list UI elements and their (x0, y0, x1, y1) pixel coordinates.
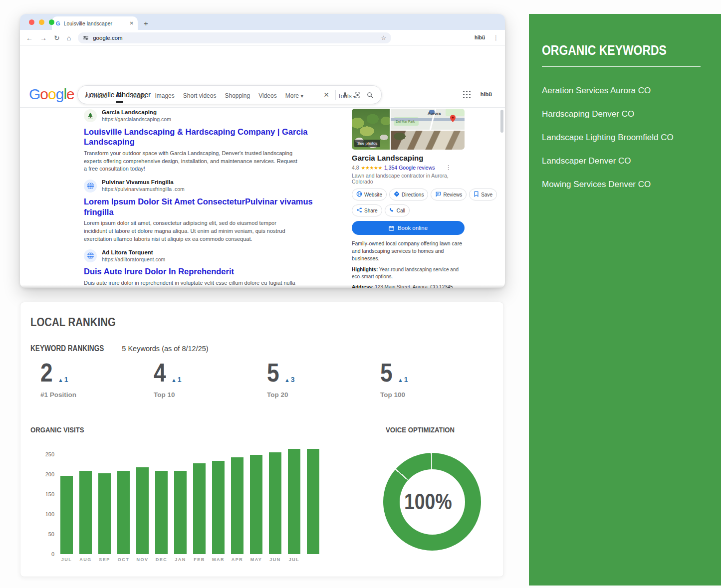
organic-visits-chart: 050100150200250 JULAUGSEPOCTNOVDECJANFEB… (39, 444, 349, 567)
directions-button[interactable]: Directions (389, 189, 428, 200)
ranking-stat: 4▲1Top 10 (154, 361, 267, 398)
tab-ai-mode[interactable]: AI Mode (85, 92, 107, 102)
keyword-rankings-detail: 5 Keywords (as of 8/12/25) (122, 345, 208, 353)
bar-nov (136, 467, 149, 554)
book-online-button[interactable]: Book online (352, 221, 465, 235)
result-title-link[interactable]: Duis Aute Irure Dolor In Reprehenderit (84, 266, 323, 277)
stat-value-row: 4▲1 (154, 361, 267, 385)
new-tab-button[interactable]: + (144, 19, 148, 27)
result-site-name: Garcia Landscaping (102, 109, 171, 116)
business-description: Family-owned local company offering lawn… (352, 240, 465, 263)
google-search-header: Google Louisville landscaper ✕ hibü AI M… (20, 46, 505, 108)
search-submit-icon[interactable] (367, 92, 373, 98)
tab-short-videos[interactable]: Short videos (183, 92, 217, 102)
scrollbar-thumb[interactable] (500, 110, 503, 133)
reviews-button[interactable]: Reviews (431, 189, 467, 200)
map-pin-icon (450, 115, 456, 123)
result-header: Garcia Landscapinghttps://garcialandscap… (84, 109, 323, 123)
x-tick-label: DEC (155, 557, 168, 562)
map-city-label: Aurora (428, 111, 441, 116)
bar-oct (117, 471, 130, 554)
minimize-window-button[interactable] (39, 19, 44, 25)
clear-search-icon[interactable]: ✕ (323, 91, 329, 99)
back-icon[interactable]: ← (26, 34, 33, 41)
keyword-item: Mowing Services Denver CO (542, 180, 708, 190)
y-tick-label: 250 (45, 451, 54, 457)
google-logo-letter: o (48, 86, 56, 102)
google-logo-letter: o (40, 86, 48, 102)
close-tab-icon[interactable]: ✕ (130, 20, 134, 26)
y-tick-label: 200 (45, 471, 54, 477)
website-button[interactable]: Website (352, 189, 387, 200)
directions-icon (394, 191, 400, 198)
browser-menu-icon[interactable]: ⋮ (493, 34, 499, 41)
result-snippet: Transform your outdoor space with Garcia… (84, 150, 299, 173)
business-photo-2[interactable] (391, 131, 465, 150)
business-photo[interactable]: See photos (352, 109, 390, 150)
tab-maps[interactable]: Maps (132, 92, 146, 102)
tab-all[interactable]: All (116, 91, 123, 103)
x-tick-label: FEB (193, 557, 206, 562)
bar-jul (60, 476, 73, 554)
call-button[interactable]: Call (385, 204, 410, 216)
forward-icon[interactable]: → (40, 34, 47, 41)
google-apps-icon[interactable] (463, 91, 471, 99)
address-bar[interactable]: google.com ☆ (78, 32, 391, 43)
close-window-button[interactable] (29, 19, 34, 25)
keyword-rankings-label: KEYWORD RANKINGS (30, 344, 104, 353)
stat-label: Top 20 (267, 391, 380, 398)
x-tick-label: MAR (212, 557, 225, 562)
tools-menu[interactable]: Tools ▾ (338, 93, 355, 100)
x-tick-label: OCT (117, 557, 130, 562)
tab-images[interactable]: Images (155, 92, 174, 102)
result-header: Pulvinar Vivamus Fringillahttps://pulvin… (84, 179, 323, 193)
pill-label: Call (397, 208, 405, 213)
browser-tab[interactable]: G Louisville landscaper ✕ (52, 16, 138, 30)
x-tick-label: JUL (288, 557, 300, 562)
phone-icon (389, 207, 395, 214)
save-button[interactable]: Save (469, 189, 497, 200)
local-ranking-card: LOCAL RANKING KEYWORD RANKINGS 5 Keyword… (20, 302, 504, 577)
result-title-link[interactable]: Louisville Landscaping & Hardscaping Com… (84, 127, 323, 147)
organic-visits-title: ORGANIC VISITS (30, 425, 84, 434)
google-favicon-icon: G (56, 20, 60, 26)
home-icon[interactable]: ⌂ (67, 34, 71, 41)
result-title-link[interactable]: Lorem Ipsum Dolor Sit Amet ConsecteturPu… (84, 196, 323, 217)
x-tick-label: JUL (60, 557, 73, 562)
bookmark-star-icon[interactable]: ☆ (381, 34, 386, 41)
see-photos-button[interactable]: See photos (354, 140, 380, 147)
divider (542, 66, 701, 67)
business-name: Garcia Landscaping (352, 154, 465, 162)
chevron-down-icon: ▾ (353, 95, 355, 99)
window-controls[interactable] (29, 19, 54, 25)
organic-keywords-title: ORGANIC KEYWORDS (542, 43, 667, 58)
result-snippet: Lorem ipsum dolor sit amet, consectetur … (84, 219, 299, 243)
stat-value: 4 (154, 361, 166, 385)
chart-x-axis: JULAUGSEPOCTNOVDECJANFEBMARAPRMAYJUNJUL (60, 557, 319, 562)
x-tick-label: SEP (98, 557, 111, 562)
reviews-link[interactable]: 1,354 Google reviews (384, 165, 435, 171)
up-triangle-icon: ▲ (58, 377, 63, 383)
ranking-stat: 5▲1Top 100 (380, 361, 493, 398)
bar-feb (193, 463, 206, 554)
organic-visits-bars (60, 444, 319, 554)
maximize-window-button[interactable] (49, 19, 54, 25)
pill-label: Reviews (443, 192, 462, 197)
panel-more-icon[interactable]: ⋮ (446, 164, 452, 171)
tab-shopping[interactable]: Shopping (225, 92, 250, 102)
up-triangle-icon: ▲ (171, 377, 177, 383)
globe-favicon-icon (84, 180, 97, 193)
business-map[interactable]: Aurora Del Mar Park (391, 109, 465, 130)
keyword-item: Landscaper Denver CO (542, 156, 708, 166)
reload-icon[interactable]: ↻ (54, 34, 60, 41)
business-knowledge-panel: See photos Aurora Del Mar Park Garcia La… (352, 109, 465, 288)
google-logo[interactable]: Google (29, 86, 74, 103)
bar-jan (174, 471, 187, 554)
tab-videos[interactable]: Videos (258, 92, 276, 102)
bar-dec (155, 471, 168, 554)
stat-value: 5 (267, 361, 279, 385)
tab-more[interactable]: More ▾ (285, 92, 304, 102)
y-tick-label: 0 (51, 551, 54, 557)
bar-sep (98, 473, 111, 554)
share-button[interactable]: Share (352, 204, 382, 216)
